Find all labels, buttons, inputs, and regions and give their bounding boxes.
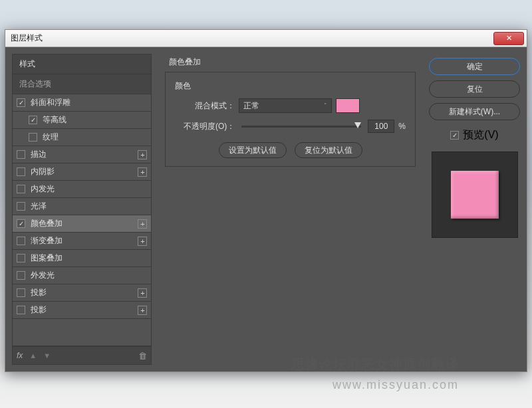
style-item-5[interactable]: 内发光: [13, 181, 151, 198]
main-panel: 颜色叠加 颜色 混合模式： 正常 ˅ 不透明度(O)：: [158, 54, 422, 365]
style-checkbox[interactable]: [17, 219, 25, 228]
right-panel: 确定 复位 新建样式(W)... 预览(V): [429, 54, 520, 365]
blend-mode-dropdown[interactable]: 正常 ˅: [239, 98, 332, 113]
style-item-12[interactable]: 投影+: [13, 302, 151, 319]
blend-mode-label: 混合模式：: [175, 100, 235, 112]
chevron-down-icon: ˅: [324, 102, 327, 109]
style-checkbox[interactable]: [17, 254, 25, 262]
dialog-title: 图层样式: [11, 33, 493, 44]
style-label: 纹理: [43, 132, 147, 143]
style-label: 等高线: [43, 114, 147, 126]
titlebar: 图层样式 ✕: [5, 30, 527, 47]
style-label: 图案叠加: [31, 253, 147, 264]
plus-icon[interactable]: +: [138, 167, 147, 177]
style-item-6[interactable]: 光泽: [13, 198, 151, 215]
style-checkbox[interactable]: [17, 202, 25, 211]
style-list: 斜面和浮雕等高线纹理描边+内阴影+内发光光泽颜色叠加+渐变叠加+图案叠加外发光投…: [12, 94, 152, 346]
section-title: 颜色叠加: [169, 56, 416, 68]
style-label: 内阴影: [31, 166, 138, 177]
opacity-unit: %: [398, 122, 406, 131]
plus-icon[interactable]: +: [138, 288, 147, 298]
style-checkbox[interactable]: [29, 133, 37, 142]
color-overlay-box: 颜色 混合模式： 正常 ˅ 不透明度(O)： %: [165, 72, 416, 167]
dialog-body: 样式 混合选项 斜面和浮雕等高线纹理描边+内阴影+内发光光泽颜色叠加+渐变叠加+…: [5, 47, 527, 371]
reset-default-button[interactable]: 复位为默认值: [295, 142, 362, 158]
plus-icon[interactable]: +: [138, 306, 147, 315]
style-checkbox[interactable]: [17, 306, 25, 314]
close-button[interactable]: ✕: [493, 32, 524, 45]
style-checkbox[interactable]: [17, 288, 25, 297]
color-swatch[interactable]: [336, 98, 360, 113]
style-label: 渐变叠加: [31, 235, 138, 247]
opacity-slider[interactable]: [241, 126, 361, 128]
style-label: 投影: [31, 304, 138, 316]
styles-sidebar: 样式 混合选项 斜面和浮雕等高线纹理描边+内阴影+内发光光泽颜色叠加+渐变叠加+…: [12, 54, 152, 365]
opacity-label: 不透明度(O)：: [175, 121, 235, 132]
preview-swatch: [451, 171, 499, 219]
style-checkbox[interactable]: [17, 271, 25, 280]
style-checkbox[interactable]: [17, 98, 25, 107]
style-label: 内发光: [31, 183, 147, 195]
style-item-4[interactable]: 内阴影+: [13, 163, 151, 181]
style-checkbox[interactable]: [17, 237, 25, 245]
style-checkbox[interactable]: [29, 116, 37, 124]
cancel-button[interactable]: 复位: [429, 80, 520, 98]
new-style-button[interactable]: 新建样式(W)...: [429, 103, 520, 120]
plus-icon[interactable]: +: [138, 237, 147, 246]
layer-style-dialog: 图层样式 ✕ 样式 混合选项 斜面和浮雕等高线纹理描边+内阴影+内发光光泽颜色叠…: [5, 29, 527, 372]
style-item-3[interactable]: 描边+: [13, 146, 151, 163]
style-item-8[interactable]: 渐变叠加+: [13, 233, 151, 250]
style-checkbox[interactable]: [17, 150, 25, 159]
slider-thumb-icon[interactable]: [354, 122, 361, 128]
style-item-11[interactable]: 投影+: [13, 284, 151, 302]
style-checkbox[interactable]: [17, 167, 25, 176]
style-item-10[interactable]: 外发光: [13, 267, 151, 284]
close-icon: ✕: [506, 34, 512, 43]
color-sublabel: 颜色: [175, 80, 406, 92]
plus-icon[interactable]: +: [138, 150, 147, 159]
style-item-1[interactable]: 等高线: [13, 112, 151, 129]
preview-label: 预览(V): [463, 128, 498, 142]
opacity-row: 不透明度(O)： %: [175, 120, 406, 133]
watermark-text-2: www.missyuan.com: [332, 378, 459, 392]
style-item-7[interactable]: 颜色叠加+: [13, 215, 151, 233]
preview-toggle-row: 预览(V): [429, 128, 520, 142]
watermark-text-1: 思缘论坛邪恶女神原创翻译: [291, 356, 459, 373]
style-item-9[interactable]: 图案叠加: [13, 250, 151, 267]
blend-mode-row: 混合模式： 正常 ˅: [175, 98, 406, 113]
style-label: 斜面和浮雕: [31, 97, 147, 108]
preview-checkbox[interactable]: [450, 131, 459, 140]
sidebar-footer: fx ▲ ▼ 🗑: [12, 346, 152, 365]
style-label: 光泽: [31, 201, 147, 212]
set-default-button[interactable]: 设置为默认值: [219, 142, 287, 158]
style-label: 描边: [31, 149, 138, 160]
ok-button[interactable]: 确定: [429, 58, 520, 75]
preview-box: [432, 152, 518, 238]
opacity-input[interactable]: [368, 120, 394, 133]
sidebar-blend-options[interactable]: 混合选项: [12, 74, 152, 94]
arrow-up-icon[interactable]: ▲: [29, 352, 37, 359]
blend-mode-value: 正常: [243, 100, 259, 112]
fx-icon[interactable]: fx: [17, 351, 23, 360]
trash-icon[interactable]: 🗑: [138, 351, 147, 361]
plus-icon[interactable]: +: [138, 219, 147, 229]
style-item-2[interactable]: 纹理: [13, 129, 151, 146]
default-buttons-row: 设置为默认值 复位为默认值: [175, 142, 406, 158]
arrow-down-icon[interactable]: ▼: [43, 352, 51, 359]
style-label: 投影: [31, 287, 138, 298]
sidebar-header[interactable]: 样式: [12, 54, 152, 74]
style-item-0[interactable]: 斜面和浮雕: [13, 94, 151, 112]
style-label: 颜色叠加: [31, 218, 138, 229]
style-checkbox[interactable]: [17, 185, 25, 193]
style-label: 外发光: [31, 270, 147, 281]
